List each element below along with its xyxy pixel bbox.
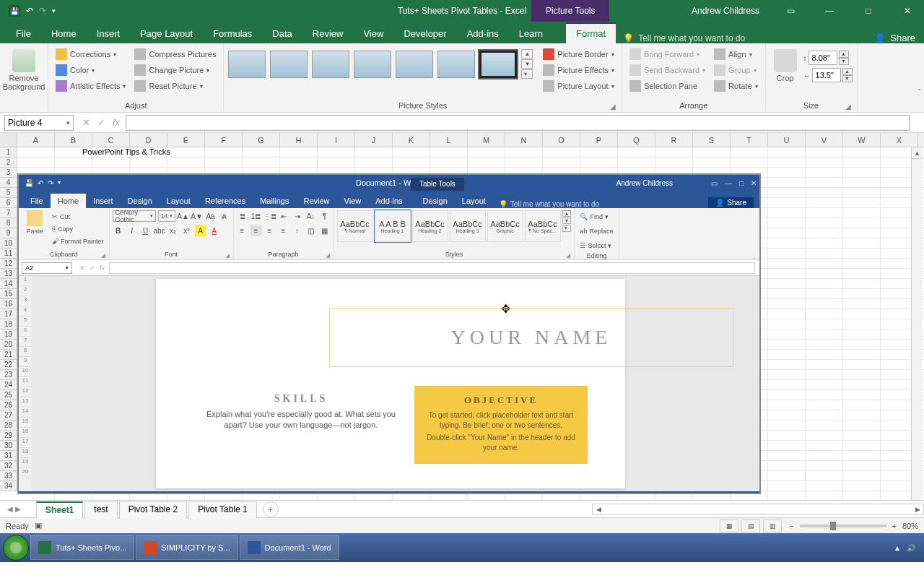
align-button[interactable]: Align▾ — [711, 46, 760, 62]
width-down[interactable]: ▼ — [842, 75, 853, 82]
picture-layout-button[interactable]: Picture Layout▾ — [540, 78, 617, 94]
col-F[interactable]: F — [205, 133, 243, 147]
col-U[interactable]: U — [768, 133, 806, 147]
zoom-slider[interactable] — [800, 525, 886, 527]
crop-button[interactable]: Crop — [770, 46, 801, 85]
height-input[interactable]: ↕ ▲▼ — [803, 51, 853, 65]
tab-pagelayout[interactable]: Page Layout — [130, 24, 203, 43]
row-31[interactable]: 31 — [0, 451, 17, 461]
row-11[interactable]: 11 — [0, 249, 17, 259]
tab-formulas[interactable]: Formulas — [203, 24, 262, 43]
row-32[interactable]: 32 — [0, 461, 17, 471]
new-sheet-button[interactable]: + — [263, 501, 279, 517]
col-A[interactable]: A — [17, 133, 55, 147]
tab-view[interactable]: View — [353, 24, 393, 43]
embedded-picture[interactable]: 💾 ↶ ↷ ▾ Document1 - Word Table Tools And… — [19, 175, 759, 493]
col-N[interactable]: N — [505, 133, 543, 147]
sheet-tab-test[interactable]: test — [84, 501, 117, 519]
row-4[interactable]: 4 — [0, 178, 17, 188]
tab-developer[interactable]: Developer — [393, 24, 456, 43]
reset-picture-button[interactable]: Reset Picture▾ — [131, 78, 219, 94]
cancel-formula-icon[interactable]: ✕ — [82, 117, 90, 128]
col-S[interactable]: S — [693, 133, 731, 147]
artistic-effects-button[interactable]: Artistic Effects▾ — [53, 78, 128, 94]
row-22[interactable]: 22 — [0, 360, 17, 370]
row-3[interactable]: 3 — [0, 168, 17, 178]
picture-style-6[interactable] — [437, 51, 475, 78]
row-29[interactable]: 29 — [0, 431, 17, 441]
group-button[interactable]: Group▾ — [711, 62, 760, 78]
close-icon[interactable]: ✕ — [891, 0, 924, 22]
scroll-up-icon[interactable]: ▲ — [912, 147, 923, 159]
col-M[interactable]: M — [468, 133, 505, 147]
picture-style-1[interactable] — [228, 51, 266, 78]
row-20[interactable]: 20 — [0, 340, 17, 350]
tab-file[interactable]: File — [6, 24, 41, 43]
sheet-nav[interactable]: ◀ ▶ — [7, 505, 36, 513]
picture-style-2[interactable] — [270, 51, 308, 78]
col-P[interactable]: P — [580, 133, 618, 147]
remove-background-button[interactable]: Remove Background — [4, 46, 43, 94]
send-backward-button[interactable]: Send Backward▾ — [627, 62, 708, 78]
col-D[interactable]: D — [130, 133, 167, 147]
col-X[interactable]: X — [881, 133, 918, 147]
row-25[interactable]: 25 — [0, 390, 17, 400]
tab-data[interactable]: Data — [262, 24, 302, 43]
horizontal-scrollbar[interactable]: ◀ ▶ — [592, 504, 924, 515]
row-33[interactable]: 33 — [0, 471, 17, 481]
vertical-scrollbar[interactable]: ▲ — [911, 147, 923, 500]
width-up[interactable]: ▲ — [842, 68, 853, 75]
hscroll-left-icon[interactable]: ◀ — [593, 506, 604, 513]
user-name[interactable]: Andrew Childress — [692, 6, 759, 16]
row-14[interactable]: 14 — [0, 279, 17, 289]
taskbar-excel[interactable]: Tuts+ Sheets Pivo... — [30, 535, 134, 560]
col-Q[interactable]: Q — [618, 133, 655, 147]
height-up[interactable]: ▲ — [839, 51, 849, 58]
redo-icon[interactable]: ↷ — [39, 6, 46, 16]
fx-icon[interactable]: fx — [113, 117, 120, 128]
maximize-icon[interactable]: □ — [852, 0, 885, 22]
enter-formula-icon[interactable]: ✓ — [97, 117, 105, 128]
sheet-tab-pivot-table-1[interactable]: Pivot Table 1 — [188, 501, 257, 519]
volume-icon[interactable]: 🔊 — [907, 544, 915, 552]
col-B[interactable]: B — [55, 133, 92, 147]
name-box[interactable]: Picture 4 ▾ — [4, 115, 74, 131]
width-input[interactable]: ↔ ▲▼ — [803, 68, 853, 82]
page-layout-view-button[interactable]: ▤ — [741, 519, 760, 532]
normal-view-button[interactable]: ▦ — [720, 519, 738, 532]
row-13[interactable]: 13 — [0, 269, 17, 279]
height-down[interactable]: ▼ — [839, 58, 849, 65]
collapse-ribbon-icon[interactable]: ˇ — [918, 88, 921, 98]
picture-effects-button[interactable]: Picture Effects▾ — [540, 62, 617, 78]
col-K[interactable]: K — [393, 133, 430, 147]
change-picture-button[interactable]: Change Picture▾ — [131, 62, 219, 78]
tab-learn[interactable]: Learn — [509, 24, 553, 43]
tab-home[interactable]: Home — [41, 24, 87, 43]
tab-insert[interactable]: Insert — [87, 24, 131, 43]
rotate-button[interactable]: Rotate▾ — [711, 78, 760, 94]
name-box-dropdown-icon[interactable]: ▾ — [66, 119, 70, 126]
bring-forward-button[interactable]: Bring Forward▾ — [627, 46, 708, 62]
row-8[interactable]: 8 — [0, 218, 17, 228]
styles-gallery-more[interactable]: ▾ — [521, 69, 533, 79]
row-10[interactable]: 10 — [0, 238, 17, 249]
col-H[interactable]: H — [280, 133, 318, 147]
corrections-button[interactable]: Corrections▾ — [53, 46, 128, 62]
picture-style-5[interactable] — [396, 51, 433, 78]
col-W[interactable]: W — [843, 133, 881, 147]
row-27[interactable]: 27 — [0, 410, 17, 420]
selection-pane-button[interactable]: Selection Pane — [627, 78, 708, 94]
row-24[interactable]: 24 — [0, 380, 17, 390]
tab-review[interactable]: Review — [302, 24, 354, 43]
picture-style-7[interactable] — [479, 51, 517, 78]
row-17[interactable]: 17 — [0, 309, 17, 319]
size-launcher[interactable]: ◢ — [845, 103, 851, 111]
zoom-out-button[interactable]: − — [789, 522, 793, 530]
sheet-tab-sheet1[interactable]: Sheet1 — [36, 501, 83, 519]
col-O[interactable]: O — [543, 133, 580, 147]
start-button[interactable] — [3, 535, 29, 561]
col-J[interactable]: J — [355, 133, 393, 147]
minimize-icon[interactable]: — — [813, 0, 846, 22]
row-26[interactable]: 26 — [0, 400, 17, 410]
col-E[interactable]: E — [167, 133, 205, 147]
